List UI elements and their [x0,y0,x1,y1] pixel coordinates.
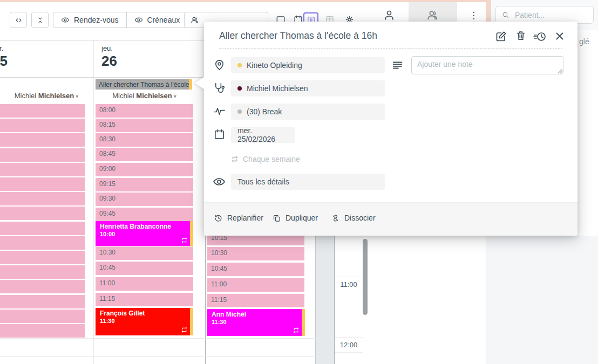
practitioner-field[interactable]: Michiel Michielsen [231,80,385,97]
time-slot-unlabeled[interactable] [0,163,85,176]
time-slot-unlabeled[interactable] [0,133,85,147]
creneaux-toggle[interactable]: Créneaux [126,12,188,28]
time-slot-unlabeled[interactable] [0,310,85,323]
time-slot[interactable]: 11:00 [207,278,304,292]
activity-field[interactable]: (30) Break [231,104,385,120]
note-textarea[interactable] [411,56,563,74]
hour-gutter-label: 12:00 [340,341,358,349]
calendar-icon [213,128,226,141]
activity-pulse-icon [213,105,226,118]
close-button[interactable] [553,29,567,43]
time-slot-unlabeled[interactable] [0,236,85,250]
time-slot[interactable]: 09:15 [96,178,193,191]
time-slot-unlabeled[interactable] [0,177,85,191]
date-field[interactable]: mer. 25/02/2026 [231,127,295,143]
time-slot-unlabeled[interactable] [0,119,85,132]
recurrence-button-disabled[interactable]: Chaque semaine [231,150,300,167]
practitioner-first-name: Michiel [112,92,134,100]
time-slot[interactable]: 08:00 [96,104,193,118]
chevron-down-icon: ▾ [174,93,176,99]
collapse-rows-button[interactable] [31,12,49,28]
duplicate-button[interactable]: Dupliquer [272,210,318,226]
time-slot-label: 11:00 [96,277,193,287]
dissociate-button[interactable]: Dissocier [331,210,376,226]
time-slot-unlabeled[interactable] [0,207,85,220]
chevron-down-icon: ▾ [76,93,78,99]
event-ann-michel[interactable]: Ann Michèl 11:30 [207,309,305,336]
time-slot-unlabeled[interactable] [0,295,85,308]
practitioner-dropdown[interactable]: Michiel Michielsen▾ [96,92,193,100]
time-slot-label: 09:15 [96,178,193,188]
day-number: 26 [101,53,117,70]
time-slot-label: 11:15 [207,294,304,304]
title-divider [219,48,562,49]
creneaux-label: Créneaux [147,16,180,24]
time-slot[interactable]: 10:30 [207,247,304,260]
time-slot[interactable]: 11:00 [96,277,193,291]
practitioner-dropdown[interactable]: Michiel Michielsen▾ [0,92,93,100]
duplicate-label: Dupliquer [286,214,318,222]
eye-icon [213,175,226,188]
time-slot[interactable]: 08:45 [96,148,193,161]
recurrence-label: Chaque semaine [243,155,300,163]
eye-icon [61,16,70,24]
time-slot-unlabeled[interactable] [0,324,85,338]
time-slot[interactable]: 08:30 [96,133,193,147]
replan-label: Replanifier [227,214,263,222]
time-slot-unlabeled[interactable] [0,280,85,293]
time-slot[interactable]: 11:15 [96,293,193,306]
unfold-less-icon [36,16,44,24]
delete-button-highlighted[interactable] [510,24,531,47]
copy-icon [272,214,281,223]
time-slot[interactable]: 09:00 [96,163,193,176]
allday-event-chip[interactable]: Aller chercher Thomas à l'école à [96,79,192,90]
replan-button[interactable]: Replanifier [214,210,263,226]
event-henrietta-brabanconne[interactable]: Henrietta Brabanconne 10:00 [96,221,193,246]
time-slot-label: 08:45 [96,148,193,157]
time-slot[interactable]: 09:45 [96,208,193,221]
time-slot[interactable]: 08:15 [96,119,193,132]
patient-search-input[interactable] [514,10,581,20]
time-slot-label: 09:45 [96,208,193,217]
repeat-icon [181,237,188,244]
rendezvous-toggle[interactable]: Rendez-vous [53,12,126,28]
location-pin-icon [213,59,226,71]
appointment-popover: Aller chercher Thomas à l'école à 16h Ki… [204,22,577,236]
grid-line [0,338,334,339]
vertical-scrollbar[interactable] [363,239,368,315]
dissociate-label: Dissocier [344,214,376,222]
event-yellow-stripe [190,308,193,335]
time-slot[interactable]: 10:45 [207,263,304,276]
time-slot-unlabeled[interactable] [0,222,85,235]
details-field[interactable]: Tous les détails [231,174,385,190]
time-slot-label: 08:30 [96,133,193,143]
time-slot-unlabeled[interactable] [0,265,85,279]
stethoscope-icon [213,82,226,94]
history-button[interactable] [531,29,548,45]
history-icon [532,29,547,44]
time-slot[interactable]: 10:45 [96,262,193,275]
code-view-button[interactable] [10,12,27,28]
trash-icon [515,30,527,42]
event-name: Ann Michèl [212,311,301,318]
time-slot-unlabeled[interactable] [0,104,85,118]
edit-icon [494,30,507,43]
hour-gutter-label: 11:00 [340,280,357,289]
time-slot[interactable]: 10:30 [96,246,193,260]
location-field[interactable]: Kineto Opleiding [231,57,385,73]
event-francois-gillet[interactable]: François Gillet 11:30 [96,308,193,335]
unavailable-strip [316,236,334,364]
time-slot-unlabeled[interactable] [0,251,85,264]
clipped-background-label: glé [579,37,589,46]
header-divider [0,77,204,78]
event-time: 11:30 [100,318,189,324]
edit-button[interactable] [493,29,508,44]
time-slot[interactable]: 09:30 [96,193,193,206]
column-divider [93,40,93,364]
time-slot-unlabeled[interactable] [0,148,85,162]
time-slot[interactable]: 11:15 [207,294,304,307]
time-slot-unlabeled[interactable] [0,192,85,205]
clock-replan-icon [214,214,223,223]
search-icon [501,11,509,19]
practitioner-last-name: Michielsen [38,92,74,100]
